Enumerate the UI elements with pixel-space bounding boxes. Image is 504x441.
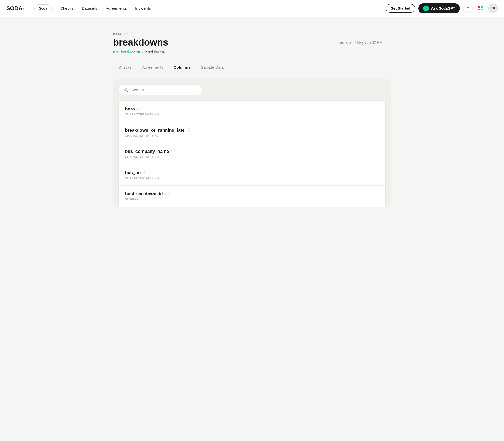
column-name-row: breakdown_or_running_late ⓘ [125, 128, 379, 133]
column-type: CHARACTER VARYING [125, 176, 379, 180]
breadcrumb-current: breakdowns [145, 49, 165, 53]
nav-link-agreements[interactable]: Agreements [106, 6, 127, 10]
nav-link-checks[interactable]: Checks [60, 6, 73, 10]
column-name-row: boro ⓘ [125, 106, 379, 112]
breadcrumb-link[interactable]: nyc_breakdowns [113, 49, 141, 53]
column-name: boro [125, 106, 135, 112]
columns-list: boro ⓘ CHARACTER VARYING breakdown_or_ru… [118, 100, 386, 207]
help-button[interactable]: ? [463, 4, 473, 13]
info-icon[interactable]: ⓘ [165, 192, 169, 196]
tab-columns[interactable]: Columns [168, 62, 196, 73]
nav-link-datasets[interactable]: Datasets [82, 6, 97, 10]
column-type: CHARACTER VARYING [125, 134, 379, 137]
info-icon[interactable]: ⓘ [171, 149, 175, 154]
main-content: DATASET breakdowns Last scan - May 7, 5:… [103, 17, 401, 217]
column-item-breakdown: breakdown_or_running_late ⓘ CHARACTER VA… [119, 122, 385, 143]
dataset-label: DATASET [113, 33, 391, 36]
column-name-row: busbreakdown_id ⓘ [125, 191, 379, 197]
breadcrumb-separator: / [142, 49, 143, 53]
tab-agreements[interactable]: Agreements [137, 62, 168, 73]
info-icon[interactable]: ⓘ [187, 128, 190, 133]
column-name: bus_no [125, 170, 141, 175]
navbar: SODA· Soda Checks Datasets Agreements In… [0, 0, 504, 17]
breadcrumb: nyc_breakdowns / breakdowns [113, 49, 391, 53]
nav-links: Checks Datasets Agreements Incidents [60, 6, 377, 10]
column-item-busbreakdown-id: busbreakdown_id ⓘ INTEGER [119, 186, 385, 207]
tab-sample-data[interactable]: Sample Data [196, 62, 229, 73]
avatar-button[interactable]: JR [488, 4, 498, 13]
dataset-header: breakdowns Last scan - May 7, 5:02 PM ⋮ [113, 37, 391, 48]
ask-soda-icon: ✦ [423, 6, 429, 11]
logo: SODA· [6, 5, 24, 12]
column-type: INTEGER [125, 198, 379, 201]
dataset-title: breakdowns [113, 37, 168, 48]
search-input[interactable] [131, 88, 197, 92]
slack-icon [478, 6, 483, 11]
column-name: busbreakdown_id [125, 191, 163, 197]
info-icon[interactable]: ⓘ [137, 107, 141, 111]
column-item-bus-company: bus_company_name ⓘ CHARACTER VARYING [119, 143, 385, 164]
column-name: bus_company_name [125, 149, 169, 154]
search-container: 🔍 [118, 84, 202, 95]
slack-button[interactable] [476, 4, 485, 13]
ask-soda-label: Ask SodaGPT [431, 6, 455, 10]
search-icon: 🔍 [123, 87, 129, 92]
more-options-icon[interactable]: ⋮ [386, 39, 391, 46]
get-started-button[interactable]: Get Started [386, 4, 415, 13]
column-type: CHARACTER VARYING [125, 155, 379, 158]
ask-soda-button[interactable]: ✦ Ask SodaGPT [418, 3, 460, 13]
column-item-bus-no: bus_no ⓘ CHARACTER VARYING [119, 164, 385, 186]
tabs: Checks Agreements Columns Sample Data [113, 62, 391, 73]
column-type: CHARACTER VARYING [125, 113, 379, 116]
column-name-row: bus_no ⓘ [125, 170, 379, 175]
nav-right: Get Started ✦ Ask SodaGPT ? JR [386, 3, 498, 13]
column-item-boro: boro ⓘ CHARACTER VARYING [119, 101, 385, 122]
header-right: Last scan - May 7, 5:02 PM ⋮ [338, 37, 391, 46]
tab-checks[interactable]: Checks [113, 62, 137, 73]
nav-link-incidents[interactable]: Incidents [135, 6, 151, 10]
logo-text: SODA· [6, 5, 24, 12]
info-icon[interactable]: ⓘ [143, 170, 146, 175]
columns-section: 🔍 boro ⓘ CHARACTER VARYING breakdown_or_… [113, 79, 391, 207]
column-name-row: bus_company_name ⓘ [125, 149, 379, 154]
soda-button[interactable]: Soda [34, 4, 52, 12]
last-scan-text: Last scan - May 7, 5:02 PM [338, 40, 382, 45]
column-name: breakdown_or_running_late [125, 128, 185, 133]
logo-dot: · [23, 5, 24, 12]
help-icon: ? [467, 6, 469, 10]
